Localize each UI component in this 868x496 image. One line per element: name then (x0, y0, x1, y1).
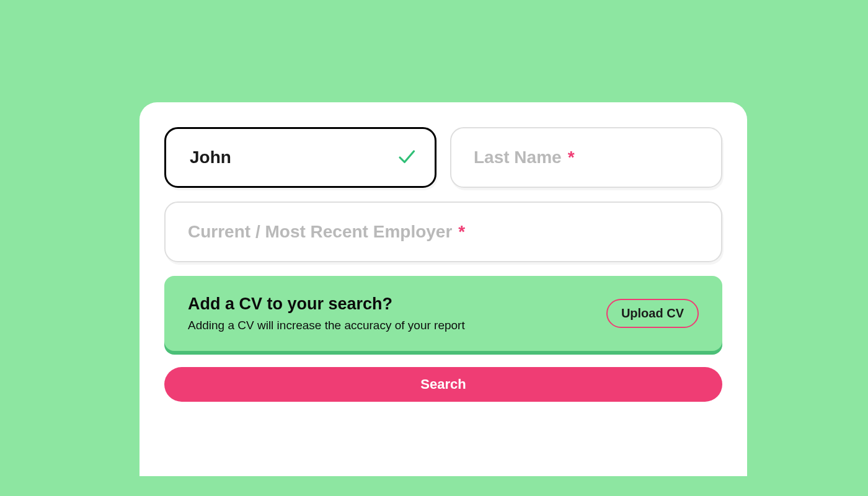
search-form-card: First Name * Last Name * Current / Most … (140, 102, 747, 476)
employer-field[interactable] (164, 202, 722, 262)
cv-panel-subtitle: Adding a CV will increase the accuracy o… (188, 319, 465, 332)
search-button[interactable]: Search (164, 367, 722, 402)
name-row: First Name * Last Name * (164, 127, 722, 188)
cv-text-group: Add a CV to your search? Adding a CV wil… (188, 294, 465, 332)
first-name-field-wrap: First Name * (164, 127, 436, 188)
last-name-field-wrap: Last Name * (450, 127, 722, 188)
employer-row: Current / Most Recent Employer * (164, 202, 722, 262)
cv-panel-title: Add a CV to your search? (188, 294, 465, 314)
checkmark-icon (397, 148, 415, 167)
last-name-field[interactable] (450, 127, 722, 188)
upload-cv-button[interactable]: Upload CV (606, 299, 699, 328)
employer-field-wrap: Current / Most Recent Employer * (164, 202, 722, 262)
first-name-field[interactable] (164, 127, 436, 188)
cv-upload-panel: Add a CV to your search? Adding a CV wil… (164, 276, 722, 351)
